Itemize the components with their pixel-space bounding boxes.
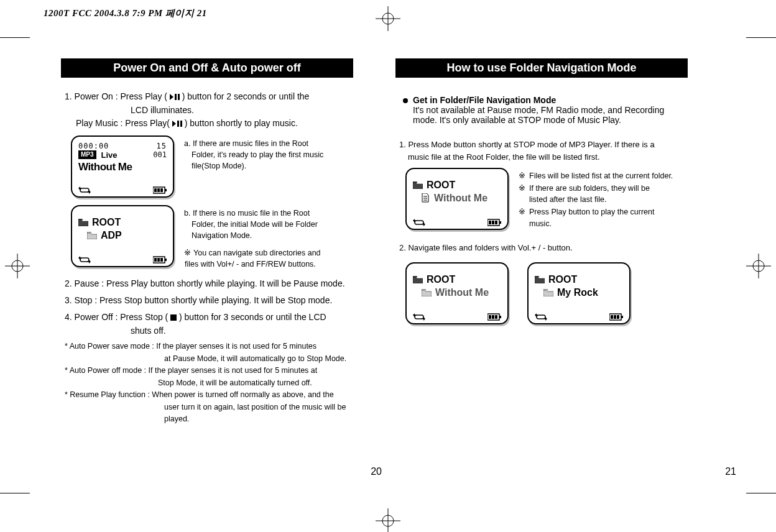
stop-icon	[170, 311, 177, 324]
svg-rect-23	[157, 188, 160, 192]
lcd-screen-playing: 000:00 15 MP3 Live 001 Without Me	[71, 135, 174, 198]
registration-mark-left	[4, 252, 31, 280]
text: Play Music : Press Play(	[65, 118, 170, 128]
text: LCD illuminates.	[65, 105, 194, 115]
reference-mark-icon: ※	[519, 183, 525, 205]
svg-rect-41	[492, 221, 494, 224]
lcd-folder-label: My Rock	[557, 287, 598, 298]
nav-notes: ※Files will be listed fist at the curren…	[519, 168, 711, 231]
page-left: Power On and Off & Auto power off 1. Pow…	[40, 55, 388, 477]
svg-rect-48	[492, 315, 494, 319]
registration-mark-bottom	[374, 507, 402, 532]
repeat-icon	[413, 312, 425, 319]
battery-icon	[487, 218, 501, 225]
folder-icon	[543, 289, 553, 296]
svg-rect-42	[495, 221, 497, 224]
svg-marker-50	[535, 313, 537, 317]
lcd-root-label: ROOT	[427, 180, 455, 191]
folder-icon	[87, 232, 97, 239]
step-2: 2. Navigate files and folders with Vol.+…	[399, 242, 711, 254]
section-title-left: Power On and Off & Auto power off	[61, 58, 353, 78]
folder-icon	[535, 276, 545, 283]
file-icon	[422, 193, 430, 203]
svg-rect-24	[160, 188, 163, 192]
svg-rect-31	[160, 258, 163, 262]
folder-icon	[78, 219, 88, 226]
bullet-section: Get in Folder/File Navigation Mode It's …	[413, 95, 664, 125]
repeat-icon	[413, 218, 425, 225]
text: ) button for 2 seconds or until the	[182, 91, 310, 101]
lcd-track-total: 15	[157, 142, 167, 150]
folder-icon	[413, 181, 423, 189]
print-header-text: 1200T FCC 2004.3.8 7:9 PM 페이지 21	[44, 7, 207, 19]
bullet-icon	[403, 98, 408, 103]
svg-rect-53	[621, 316, 623, 318]
section-title-right: How to use Folder Navigation Mode	[395, 58, 688, 78]
play-pause-icon	[172, 117, 182, 131]
repeat-icon	[535, 312, 547, 319]
svg-rect-13	[175, 94, 177, 100]
lcd-root-label: ROOT	[548, 274, 577, 285]
power-off-paragraph: 4. Power Off : Press Stop ( ) button for…	[65, 311, 377, 337]
svg-rect-54	[611, 315, 613, 319]
power-on-paragraph: 1. Power On : Press Play ( ) button for …	[65, 90, 377, 131]
svg-rect-40	[489, 221, 491, 224]
svg-rect-17	[180, 121, 182, 127]
svg-rect-28	[165, 259, 167, 261]
lcd-screen-nav1: ROOT Without Me	[405, 168, 509, 230]
svg-rect-32	[170, 314, 177, 321]
repeat-icon	[78, 255, 91, 262]
crop-tick	[0, 37, 30, 38]
svg-rect-29	[154, 258, 157, 262]
battery-icon	[487, 312, 501, 319]
battery-icon	[153, 185, 167, 193]
lcd-live: Live	[101, 150, 118, 160]
lcd-screen-nav3: ROOT My Rock	[527, 262, 630, 324]
crop-tick	[746, 37, 776, 38]
reference-mark-icon: ※	[519, 206, 525, 229]
text: ) button shortly to play music.	[185, 118, 298, 128]
lcd-file-label: Without Me	[434, 193, 487, 204]
mp3-badge: MP3	[78, 150, 96, 159]
registration-mark-top	[374, 5, 402, 32]
lcd-root-label: ROOT	[427, 274, 455, 285]
svg-marker-26	[89, 260, 91, 264]
pause-paragraph: 2. Pause : Press Play button shortly whi…	[65, 277, 377, 290]
folder-icon	[413, 276, 423, 283]
svg-rect-55	[614, 315, 616, 319]
svg-rect-47	[489, 315, 491, 319]
svg-marker-18	[78, 186, 80, 190]
svg-rect-39	[499, 221, 501, 224]
crop-tick	[0, 493, 30, 493]
svg-rect-22	[154, 188, 157, 192]
svg-rect-30	[157, 258, 160, 262]
svg-rect-16	[177, 121, 179, 127]
svg-marker-19	[89, 190, 91, 194]
play-pause-icon	[170, 91, 180, 104]
note-a: a. If there are music files in the Root …	[184, 135, 377, 172]
svg-rect-49	[495, 315, 497, 319]
battery-icon	[609, 312, 623, 319]
lcd-song-title: Without Me	[78, 161, 167, 173]
svg-marker-15	[172, 121, 176, 127]
svg-marker-43	[413, 313, 415, 317]
svg-rect-56	[617, 315, 619, 319]
note-b: b. If there is no music file in the Root…	[184, 205, 377, 270]
repeat-icon	[78, 185, 91, 193]
svg-marker-36	[413, 219, 415, 222]
svg-rect-21	[165, 189, 167, 191]
folder-icon	[422, 289, 432, 296]
registration-mark-right	[745, 252, 772, 280]
svg-marker-12	[170, 94, 173, 100]
svg-rect-46	[499, 316, 501, 318]
stop-paragraph: 3. Stop : Press Stop button shortly whil…	[65, 294, 377, 307]
lcd-track-num: 001	[153, 150, 167, 159]
lcd-screen-nav2: ROOT Without Me	[405, 262, 509, 324]
lcd-file-label: Without Me	[435, 287, 489, 298]
page-number-left: 20	[371, 466, 382, 477]
lcd-screen-folder: ROOT ADP	[71, 205, 174, 267]
footnotes: * Auto Power save mode : If the player s…	[65, 341, 377, 425]
step-1: 1. Press Mode button shortly at STOP mod…	[399, 139, 711, 163]
crop-tick	[746, 493, 776, 493]
text: 1. Power On : Press Play (	[65, 91, 167, 101]
